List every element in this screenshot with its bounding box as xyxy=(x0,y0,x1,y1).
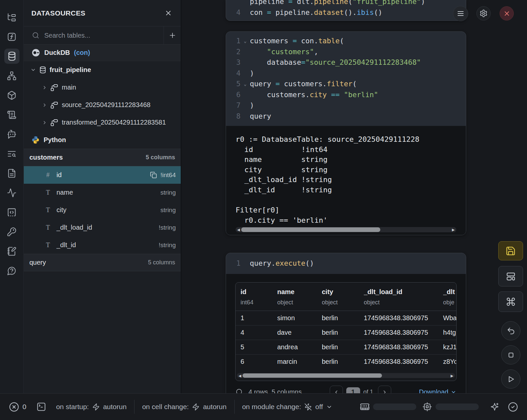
code-cell-connection[interactable]: pipeline = dlt.pipeline("fruit_pipeline"… xyxy=(226,0,466,21)
snippets-icon[interactable] xyxy=(4,205,19,220)
customers-table-row[interactable]: customers 5 columns xyxy=(24,149,181,166)
zap-icon xyxy=(192,403,200,411)
code-editor[interactable]: pipeline = dlt.pipeline("fruit_pipeline"… xyxy=(226,0,466,21)
shutdown-button[interactable] xyxy=(500,6,514,20)
cell-menu-button[interactable] xyxy=(453,6,468,21)
connection-alias: (con) xyxy=(74,49,90,57)
documentation-icon[interactable] xyxy=(4,166,19,181)
ai-assist-button[interactable] xyxy=(490,402,499,411)
command-palette-button[interactable] xyxy=(498,291,523,312)
scroll-right-arrow[interactable]: ▶ xyxy=(449,373,455,378)
page-number[interactable]: 1 xyxy=(346,387,360,394)
tracing-icon[interactable] xyxy=(4,185,19,200)
column-name: id xyxy=(56,171,62,179)
scroll-right-arrow[interactable]: ▶ xyxy=(451,227,456,232)
code-cell-query[interactable]: 1⌄customers = con.table(2 "customers",3 … xyxy=(226,31,466,235)
add-datasource-button[interactable] xyxy=(164,26,181,44)
scroll-left-arrow[interactable]: ◀ xyxy=(237,373,243,378)
column-row[interactable]: # id !int64 xyxy=(24,166,181,184)
undo-button[interactable] xyxy=(501,321,520,340)
result-table: id int64 name object city object xyxy=(235,282,457,381)
ai-chat-icon[interactable] xyxy=(4,127,19,142)
terminal-button[interactable] xyxy=(36,402,46,412)
prev-page-button[interactable] xyxy=(330,386,343,394)
on-startup-setting[interactable]: on startup: autorun xyxy=(56,403,127,411)
table-row[interactable]: 1 simon berlin 1745968348.3806975 Wba xyxy=(236,311,456,325)
secrets-key-icon[interactable] xyxy=(4,224,19,239)
table-row[interactable]: 4 dave berlin 1745968348.3806975 h4tg xyxy=(236,325,456,340)
notebook-canvas: pipeline = dlt.pipeline("fruit_pipeline"… xyxy=(182,0,527,393)
code-editor[interactable]: 1⌄customers = con.table(2 "customers",3 … xyxy=(226,32,466,126)
scrollbar-thumb[interactable] xyxy=(241,227,380,232)
download-link[interactable]: Download xyxy=(419,388,456,393)
datasources-icon[interactable] xyxy=(4,49,19,64)
next-page-button[interactable] xyxy=(378,386,391,394)
connection-row[interactable]: DuckDB (con) xyxy=(24,45,181,61)
schema-row[interactable]: main xyxy=(24,79,181,96)
table-header-cell[interactable]: id int64 xyxy=(241,288,277,311)
function-square-icon[interactable] xyxy=(4,29,19,44)
column-name: _dlt_load_id xyxy=(56,224,92,231)
scratchpad-icon[interactable] xyxy=(4,107,19,122)
column-row[interactable]: T city string xyxy=(24,201,181,219)
error-count: 0 xyxy=(22,403,26,411)
chevron-down-icon xyxy=(30,67,36,73)
horizontal-scrollbar[interactable]: ◀ ▶ xyxy=(236,227,456,232)
fold-chevron-icon[interactable]: ⌄ xyxy=(241,79,250,90)
zap-icon xyxy=(92,403,100,411)
packages-icon[interactable] xyxy=(4,88,19,103)
table-row[interactable]: 6 marcin berlin 1745968348.3806975 z8Yo xyxy=(236,355,456,369)
schema-row[interactable]: source_202504291112283468 xyxy=(24,96,181,114)
database-row[interactable]: fruit_pipeline xyxy=(24,61,181,79)
code-cell-execute[interactable]: 1query.execute() id int64 name object xyxy=(226,253,466,393)
copy-icon[interactable] xyxy=(150,172,157,178)
page-of-label: of 1 xyxy=(363,389,373,393)
scroll-left-arrow[interactable]: ◀ xyxy=(236,227,241,232)
scrollbar-thumb[interactable] xyxy=(243,373,382,378)
code-editor[interactable]: 1query.execute() xyxy=(226,253,466,274)
undo-icon xyxy=(507,326,515,335)
error-indicator[interactable]: 0 xyxy=(9,402,26,412)
horizontal-scrollbar[interactable]: ◀ ▶ xyxy=(237,373,455,378)
column-row[interactable]: T _dlt_id !string xyxy=(24,236,181,254)
query-table-row[interactable]: query 5 columns xyxy=(24,254,181,271)
search-input[interactable] xyxy=(44,32,143,39)
settings-button[interactable] xyxy=(476,6,491,20)
table-row[interactable]: 5 andrea berlin 1745968348.3806975 kzJ1 xyxy=(236,340,456,355)
play-icon xyxy=(507,375,515,384)
panel-header: DATASOURCES xyxy=(24,0,181,26)
gear-icon xyxy=(479,9,488,18)
on-module-change-setting[interactable]: on module change: off xyxy=(242,403,333,411)
stop-button[interactable] xyxy=(501,345,520,364)
database-icon xyxy=(39,66,47,74)
save-button[interactable] xyxy=(498,241,523,260)
column-name: city xyxy=(56,206,66,214)
on-cell-change-setting[interactable]: on cell change: autorun xyxy=(142,403,227,411)
notebook-pen-icon[interactable] xyxy=(4,244,19,259)
column-row[interactable]: T name string xyxy=(24,184,181,201)
table-search-icon[interactable] xyxy=(236,388,243,393)
schema-icon xyxy=(51,119,58,127)
column-row[interactable]: T _dlt_load_id !string xyxy=(24,219,181,236)
table-header-cell[interactable]: _dlt_load_id object xyxy=(364,288,443,311)
cpu-icon xyxy=(422,402,432,412)
python-section-row[interactable]: Python xyxy=(24,131,181,149)
on-startup-value: autorun xyxy=(103,403,127,411)
code-line: 3 database="source_202504291112283468" xyxy=(226,57,466,68)
fold-chevron-icon[interactable]: ⌄ xyxy=(241,36,250,47)
close-panel-icon[interactable] xyxy=(165,9,172,17)
file-tree-icon[interactable] xyxy=(4,10,19,25)
icon-rail xyxy=(0,0,24,393)
logs-search-icon[interactable] xyxy=(4,146,19,161)
table-header-cell[interactable]: _dlt obje xyxy=(443,288,456,311)
dependency-graph-icon[interactable] xyxy=(4,68,19,83)
help-icon[interactable] xyxy=(4,263,19,278)
connection-status[interactable] xyxy=(508,402,518,412)
table-header-cell[interactable]: city object xyxy=(322,288,364,311)
run-button[interactable] xyxy=(501,369,520,389)
chevron-right-icon xyxy=(42,85,47,90)
table-header-cell[interactable]: name object xyxy=(277,288,322,311)
chevron-down-icon xyxy=(451,389,456,393)
layout-button[interactable] xyxy=(498,266,523,286)
schema-row[interactable]: transformed_202504291112283581 xyxy=(24,114,181,131)
